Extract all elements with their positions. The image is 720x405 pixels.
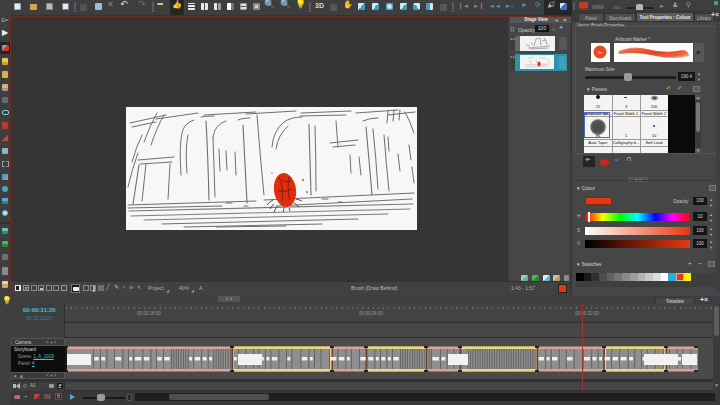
svg-text:2x: 2x [654, 50, 658, 55]
svg-text:1x: 1x [598, 50, 602, 55]
